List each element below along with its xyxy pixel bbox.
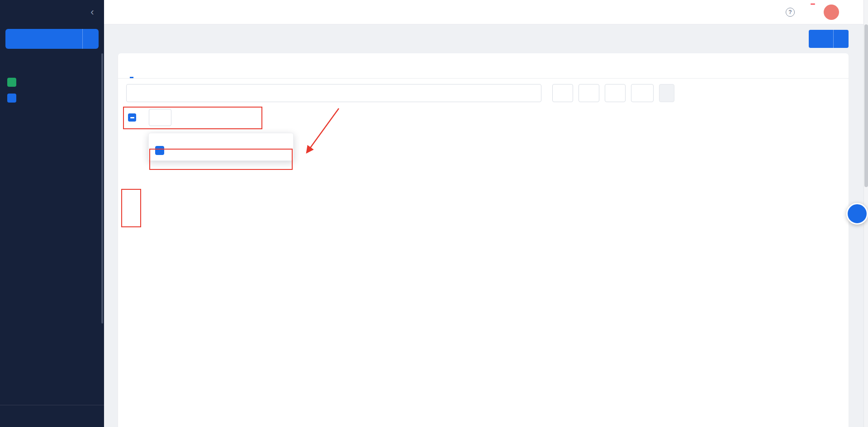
user-menu-caret-icon[interactable] xyxy=(853,9,858,15)
notification-badge xyxy=(810,3,816,5)
scrollbar-thumb[interactable] xyxy=(864,24,868,187)
create-return-button[interactable] xyxy=(809,30,849,48)
select-all-checkbox[interactable] xyxy=(128,113,136,122)
filter-supplier[interactable] xyxy=(579,84,599,102)
chat-messenger-icon[interactable] xyxy=(768,7,778,17)
dropdown-section-label xyxy=(149,133,293,141)
add-section-icon[interactable] xyxy=(90,63,97,70)
topbar: ? xyxy=(104,0,868,24)
import-icon xyxy=(786,35,793,42)
export-icon xyxy=(764,35,771,42)
sidebar-item-sapo-tax[interactable] xyxy=(0,90,104,106)
chevron-down-icon xyxy=(88,36,94,42)
selection-bar xyxy=(126,107,840,128)
sapo-accounting-app-icon xyxy=(155,146,164,155)
returns-card xyxy=(118,53,849,427)
collapse-sidebar-icon[interactable]: ‹ xyxy=(87,7,98,18)
main-content xyxy=(104,24,868,427)
question-icon: ? xyxy=(786,8,795,17)
table-search-box xyxy=(126,84,541,102)
search-icon xyxy=(132,89,139,97)
create-caret-button[interactable] xyxy=(833,30,849,48)
page-header xyxy=(104,24,868,53)
search-icon xyxy=(117,9,124,16)
chevron-down-icon xyxy=(588,90,593,96)
page-actions xyxy=(764,30,849,48)
filter-more[interactable] xyxy=(631,84,654,102)
filter-bar xyxy=(126,84,840,102)
chevron-down-icon xyxy=(562,90,567,96)
robot-icon xyxy=(852,209,862,219)
sidebar-item-settings[interactable] xyxy=(0,405,104,427)
global-search xyxy=(117,8,768,16)
create-return-main[interactable] xyxy=(816,35,833,42)
grid-icon xyxy=(12,35,19,42)
bulk-action-dropdown xyxy=(148,133,294,161)
plus-icon xyxy=(816,35,823,42)
global-search-input[interactable] xyxy=(128,8,282,16)
table-search-input[interactable] xyxy=(144,89,536,97)
import-file-button[interactable] xyxy=(786,35,797,42)
gear-icon xyxy=(7,413,14,420)
filter-date-created[interactable] xyxy=(552,84,573,102)
bell-icon xyxy=(806,7,816,16)
sales-channel-caret-button[interactable] xyxy=(82,29,99,49)
sidebar-header: ‹ xyxy=(0,0,104,24)
dropdown-item-sapo-accounting[interactable] xyxy=(149,141,293,160)
topbar-right: ? xyxy=(768,5,858,20)
save-filter-button[interactable] xyxy=(659,84,674,102)
sidebar-scrollbar[interactable] xyxy=(101,53,103,324)
chevron-down-icon xyxy=(159,115,165,120)
einvoice-app-icon xyxy=(7,78,16,87)
accounting-section-header xyxy=(0,59,104,74)
funnel-icon xyxy=(637,89,644,97)
notifications-button[interactable] xyxy=(806,7,816,18)
chevron-down-icon xyxy=(839,36,844,42)
tab-all[interactable] xyxy=(130,70,133,78)
sapo-tax-app-icon xyxy=(7,94,16,103)
export-file-button[interactable] xyxy=(764,35,774,42)
tab-bar xyxy=(118,53,849,79)
sales-channel-button[interactable] xyxy=(5,29,99,49)
avatar[interactable] xyxy=(824,5,839,20)
sidebar-item-einvoice[interactable] xyxy=(0,74,104,90)
help-button[interactable]: ? xyxy=(786,8,798,17)
chevron-down-icon xyxy=(614,90,620,96)
assistant-floating-button[interactable] xyxy=(846,203,868,225)
sales-channel-main[interactable] xyxy=(12,35,82,42)
filter-product[interactable] xyxy=(605,84,626,102)
bulk-action-button[interactable] xyxy=(149,109,171,126)
sidebar: ‹ xyxy=(0,0,104,427)
sidebar-footer xyxy=(0,405,104,427)
